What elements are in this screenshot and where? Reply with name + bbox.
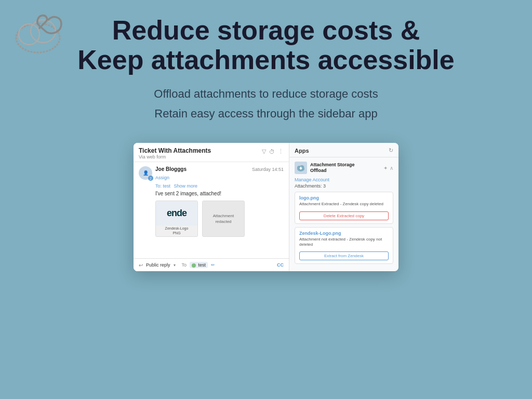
apps-title: Apps xyxy=(295,148,309,154)
message-meta: Joe Blogggs Saturday 14:51 Assign xyxy=(155,166,284,181)
svg-point-1 xyxy=(19,24,39,45)
pin-icon[interactable]: ✦ xyxy=(383,165,388,171)
reply-type-label[interactable]: Public reply xyxy=(146,262,170,268)
cc-link[interactable]: CC xyxy=(277,262,284,268)
hero-title-line1: Reduce storage costs & xyxy=(31,16,501,45)
attachment-card-2: Zendesk-Logo.png Attachment not extracte… xyxy=(295,227,393,264)
show-more-link[interactable]: Show more xyxy=(174,183,198,189)
right-pane: Apps ↻ xyxy=(289,143,398,271)
app-section: Attachment Storage Offload ✦ ∧ Manage Ac… xyxy=(289,157,398,271)
app-name-section: Attachment Storage Offload xyxy=(310,162,380,174)
to-row: To: test Show more xyxy=(139,183,284,189)
screenshot: Ticket With Attachments Via web form ▽ ⏱… xyxy=(134,143,398,271)
app-name-line2: Offload xyxy=(310,168,380,174)
attachment-card-1-name[interactable]: logo.png xyxy=(299,195,389,201)
ticket-title: Ticket With Attachments xyxy=(139,147,211,154)
extract-from-zendesk-button[interactable]: Extract from Zendesk xyxy=(299,251,389,260)
sender-name: Joe Blogggs xyxy=(155,166,187,172)
svg-rect-7 xyxy=(300,167,301,169)
to-pill-value: test xyxy=(198,262,206,268)
hero-subtitle-line2: Retain easy access through the sidebar a… xyxy=(31,104,501,123)
delete-extracted-button[interactable]: Delete Extracted copy xyxy=(299,211,389,220)
app-header-actions: ✦ ∧ xyxy=(383,165,393,171)
attachment-card-2-status: Attachment not extracted - Zendesk copy … xyxy=(299,237,389,248)
attachments-count: Attachments: 3 xyxy=(295,183,393,189)
manage-account-link[interactable]: Manage Account xyxy=(295,177,393,182)
attachment-thumb-1[interactable]: ende Zendesk-LogoPNG xyxy=(155,201,198,237)
screenshot-container: Ticket With Attachments Via web form ▽ ⏱… xyxy=(0,143,532,271)
to-pill[interactable]: test xyxy=(190,262,208,268)
collapse-icon[interactable]: ∧ xyxy=(390,165,393,171)
ticket-header-icons: ▽ ⏱ ⋮ xyxy=(262,148,284,155)
attachment-label-1: Zendesk-LogoPNG xyxy=(164,225,190,236)
avatar: 👤 2 xyxy=(139,166,152,180)
app-header-row: Attachment Storage Offload ✦ ∧ xyxy=(295,162,393,174)
app-name-line1: Attachment Storage xyxy=(310,162,380,168)
refresh-icon[interactable]: ↻ xyxy=(389,147,393,154)
more-icon[interactable]: ⋮ xyxy=(278,148,284,155)
ticket-message-area: 👤 2 Joe Blogggs Saturday 14:51 Assign xyxy=(134,162,289,258)
apps-header: Apps ↻ xyxy=(289,143,398,157)
reply-icon: ↩ xyxy=(139,262,143,268)
to-field-label: To xyxy=(182,262,187,268)
ticket-pane: Ticket With Attachments Via web form ▽ ⏱… xyxy=(134,143,398,271)
hero-subtitle: Offload attachments to reduce storage co… xyxy=(31,84,501,123)
zendesk-logo-preview: ende xyxy=(167,208,187,219)
ticket-via: Via web form xyxy=(139,154,211,159)
assign-link[interactable]: Assign xyxy=(155,175,169,180)
attachment-preview-1: ende xyxy=(156,201,197,225)
avatar-badge: 2 xyxy=(148,176,153,181)
filter-icon[interactable]: ▽ xyxy=(262,148,266,155)
message-body: I've sent 2 images, attached! xyxy=(139,191,284,196)
reply-chevron-icon[interactable]: ▾ xyxy=(174,263,176,268)
message-time: Saturday 14:51 xyxy=(252,167,284,172)
ticket-title-section: Ticket With Attachments Via web form xyxy=(139,147,211,159)
message-sender-row: 👤 2 Joe Blogggs Saturday 14:51 Assign xyxy=(139,166,284,181)
attachments-row: ende Zendesk-LogoPNG Attachmentredacted xyxy=(139,201,284,237)
reply-bar: ↩ Public reply ▾ To test ✏ CC xyxy=(134,258,289,271)
attachment-card-2-name[interactable]: Zendesk-Logo.png xyxy=(299,231,389,236)
ticket-header: Ticket With Attachments Via web form ▽ ⏱… xyxy=(134,143,289,162)
edit-icon[interactable]: ✏ xyxy=(211,262,215,268)
to-value: test xyxy=(163,183,171,189)
hero-subtitle-line1: Offload attachments to reduce storage co… xyxy=(31,84,501,103)
attachment-card-1: logo.png Attachment Extracted - Zendesk … xyxy=(295,192,393,223)
to-label: To: xyxy=(155,183,162,189)
cloud-paperclip-icon xyxy=(9,9,72,56)
app-icon xyxy=(295,162,307,174)
attachment-label-2: Attachmentredacted xyxy=(213,213,234,224)
hero-title-line2: Keep attachments accessible xyxy=(31,45,501,75)
hero-section: Reduce storage costs & Keep attachments … xyxy=(0,0,532,134)
attachment-thumb-2: Attachmentredacted xyxy=(202,201,245,237)
history-icon[interactable]: ⏱ xyxy=(269,149,275,155)
left-pane: Ticket With Attachments Via web form ▽ ⏱… xyxy=(134,143,289,271)
attachment-card-1-status: Attachment Extracted - Zendesk copy dele… xyxy=(299,202,389,207)
